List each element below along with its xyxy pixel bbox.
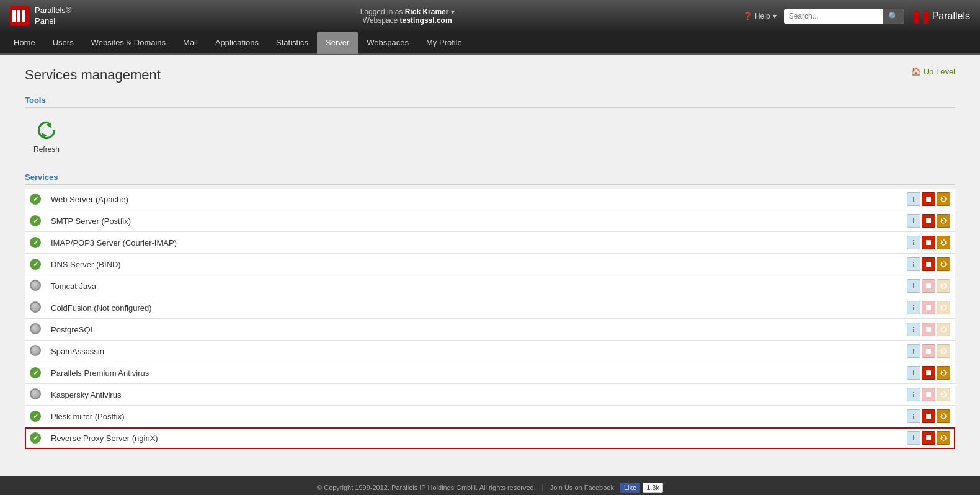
service-info-button[interactable] <box>907 279 920 293</box>
service-status <box>25 319 46 341</box>
up-level-link[interactable]: 🏠 Up Level <box>911 67 955 76</box>
service-stop-button[interactable] <box>922 388 935 401</box>
service-restart-button[interactable] <box>937 236 950 249</box>
service-row: IMAP/POP3 Server (Courier-IMAP) <box>25 232 955 254</box>
like-button[interactable]: Like <box>620 483 640 493</box>
service-row: DNS Server (BIND) <box>25 254 955 275</box>
brand-bars: ❚❚ <box>911 9 930 24</box>
svg-marker-46 <box>941 349 943 351</box>
service-stop-button[interactable] <box>922 214 935 228</box>
svg-marker-26 <box>941 262 943 264</box>
service-info-button[interactable] <box>907 214 920 228</box>
up-level-icon: 🏠 <box>911 67 921 76</box>
service-restart-button[interactable] <box>937 214 950 228</box>
service-stop-button[interactable] <box>922 344 935 358</box>
svg-rect-35 <box>926 305 931 310</box>
service-restart-button[interactable] <box>937 323 950 336</box>
service-name: SpamAssassin <box>46 341 899 362</box>
main-nav: HomeUsersWebsites & DomainsMailApplicati… <box>0 32 980 55</box>
service-restart-button[interactable] <box>937 192 950 206</box>
service-name: Plesk milter (Postfix) <box>46 406 899 427</box>
service-restart-button[interactable] <box>937 366 950 380</box>
service-info-button[interactable] <box>907 257 920 271</box>
service-stop-button[interactable] <box>922 236 935 249</box>
parallels-logo-icon <box>10 6 30 26</box>
service-actions <box>899 189 955 210</box>
service-name: Parallels Premium Antivirus <box>46 362 899 384</box>
main-content: Services management 🏠 Up Level Tools Ref… <box>0 55 980 476</box>
service-actions <box>899 319 955 341</box>
service-stop-button[interactable] <box>922 431 935 445</box>
user-info: Logged in as Rick Kramer ▾ Webspace test… <box>360 7 455 25</box>
webspace-value: testingssl.com <box>400 16 452 25</box>
service-restart-button[interactable] <box>937 388 950 401</box>
service-row: PostgreSQL <box>25 319 955 341</box>
service-name: SMTP Server (Postfix) <box>46 210 899 232</box>
facebook-like: Like 1.3k <box>620 483 663 493</box>
svg-marker-11 <box>941 197 943 199</box>
service-restart-button[interactable] <box>937 301 950 314</box>
service-stop-button[interactable] <box>922 301 935 314</box>
service-status <box>25 189 46 210</box>
nav-item-websites-&-domains[interactable]: Websites & Domains <box>82 32 174 54</box>
service-restart-button[interactable] <box>937 431 950 445</box>
svg-rect-40 <box>926 327 931 332</box>
svg-marker-56 <box>941 392 943 395</box>
service-info-button[interactable] <box>907 409 920 423</box>
service-restart-button[interactable] <box>937 257 950 271</box>
service-info-button[interactable] <box>907 344 920 358</box>
service-info-button[interactable] <box>907 431 920 445</box>
refresh-tool[interactable]: Refresh <box>25 118 68 154</box>
nav-item-server[interactable]: Server <box>317 32 358 54</box>
svg-rect-55 <box>926 392 931 397</box>
nav-item-webspaces[interactable]: Webspaces <box>358 32 417 54</box>
service-info-button[interactable] <box>907 366 920 380</box>
help-link[interactable]: ❓ Help ▾ <box>743 12 777 20</box>
service-info-button[interactable] <box>907 323 920 336</box>
svg-marker-36 <box>941 305 943 308</box>
nav-item-mail[interactable]: Mail <box>174 32 207 54</box>
svg-rect-60 <box>926 414 931 419</box>
service-stop-button[interactable] <box>922 279 935 293</box>
footer: © Copyright 1999-2012. Parallels IP Hold… <box>0 476 980 495</box>
svg-rect-15 <box>926 218 931 223</box>
service-stop-button[interactable] <box>922 323 935 336</box>
service-info-button[interactable] <box>907 301 920 314</box>
service-stop-button[interactable] <box>922 257 935 271</box>
service-row: Plesk milter (Postfix) <box>25 406 955 427</box>
search-button[interactable]: 🔍 <box>883 9 904 24</box>
svg-rect-30 <box>926 283 931 288</box>
service-stop-button[interactable] <box>922 409 935 423</box>
nav-item-home[interactable]: Home <box>5 32 44 54</box>
search-input[interactable] <box>784 9 883 23</box>
service-info-button[interactable] <box>907 192 920 206</box>
service-restart-button[interactable] <box>937 344 950 358</box>
service-status <box>25 275 46 297</box>
search-box: 🔍 <box>784 9 904 24</box>
help-icon: ❓ <box>743 12 752 20</box>
nav-item-my-profile[interactable]: My Profile <box>417 32 471 54</box>
svg-rect-2 <box>17 10 20 22</box>
active-checkmark <box>33 261 38 269</box>
nav-item-applications[interactable]: Applications <box>207 32 267 54</box>
refresh-icon <box>34 118 59 143</box>
service-status <box>25 232 46 254</box>
nav-item-users[interactable]: Users <box>44 32 82 54</box>
svg-rect-25 <box>926 262 931 267</box>
service-status <box>25 384 46 406</box>
service-stop-button[interactable] <box>922 192 935 206</box>
service-stop-button[interactable] <box>922 366 935 380</box>
service-name: Tomcat Java <box>46 275 899 297</box>
active-checkmark <box>33 434 38 442</box>
service-status <box>25 254 46 275</box>
service-restart-button[interactable] <box>937 409 950 423</box>
service-info-button[interactable] <box>907 236 920 249</box>
service-actions <box>899 254 955 275</box>
nav-item-statistics[interactable]: Statistics <box>267 32 317 54</box>
service-name: DNS Server (BIND) <box>46 254 899 275</box>
service-restart-button[interactable] <box>937 279 950 293</box>
active-checkmark <box>33 195 38 203</box>
service-info-button[interactable] <box>907 388 920 401</box>
refresh-label: Refresh <box>33 145 60 154</box>
svg-marker-16 <box>941 218 943 221</box>
